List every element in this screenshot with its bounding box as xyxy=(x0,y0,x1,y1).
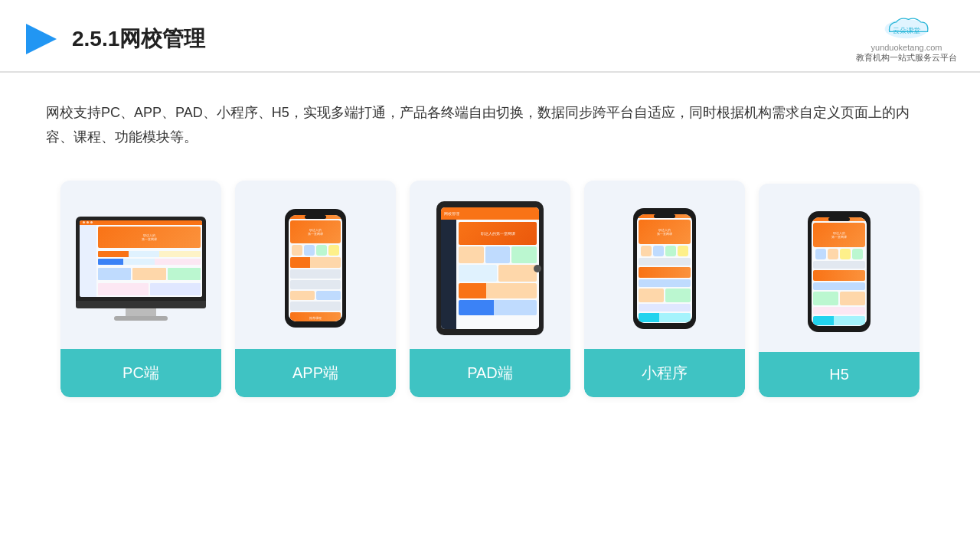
h5-phone-banner: 职达人的第一堂网课 xyxy=(813,223,865,247)
app-phone-outer: 网校 职达人的第一堂网课 xyxy=(285,209,346,328)
card-app-label: APP端 xyxy=(235,349,396,397)
logo-area: 云朵课堂 yunduoketang.com 教育机构一站式服务云平台 xyxy=(856,14,957,64)
card-miniprogram: 小程序 职达人的第一堂网课 xyxy=(584,181,745,397)
svg-text:云朵课堂: 云朵课堂 xyxy=(893,27,920,34)
tablet-top-bar: 网校管理 xyxy=(441,207,539,220)
cards-container: 职达人的第一堂网课 xyxy=(46,181,934,397)
mini-icon-1 xyxy=(641,246,652,256)
app-phone-banner-text: 职达人的第一堂网课 xyxy=(308,228,323,236)
card-pc-image: 职达人的第一堂网课 xyxy=(60,181,221,349)
tablet-mockup: 网校管理 职达人的第一堂网课 xyxy=(436,201,544,335)
mini-phone-notch xyxy=(654,214,675,218)
h5-phone-outer: H5 职达人的第一堂网课 xyxy=(808,211,871,332)
tablet-card-3 xyxy=(511,246,537,263)
mini-icon-4 xyxy=(678,246,688,256)
h5-icon-2 xyxy=(828,249,838,259)
app-icon-4 xyxy=(328,245,339,256)
pc-bottom-bezel xyxy=(76,301,206,308)
pc-stand xyxy=(126,308,156,316)
h5-phone-screen: H5 职达人的第一堂网课 xyxy=(812,217,867,326)
h5-icon-1 xyxy=(815,249,826,259)
tablet-sidebar xyxy=(441,220,456,329)
h5-phone-mockup: H5 职达人的第一堂网课 xyxy=(808,211,871,332)
main-content: 网校支持PC、APP、PAD、小程序、H5，实现多端打通，产品各终端自由切换，数… xyxy=(0,73,980,420)
mini-icon-3 xyxy=(665,246,676,256)
description-text: 网校支持PC、APP、PAD、小程序、H5，实现多端打通，产品各终端自由切换，数… xyxy=(46,100,934,150)
app-content-block-1 xyxy=(290,257,341,268)
pc-screen: 职达人的第一堂网课 xyxy=(76,217,206,301)
app-content-block-2 xyxy=(290,269,341,279)
card-h5-image: H5 职达人的第一堂网课 xyxy=(759,184,920,352)
app-phone-banner: 职达人的第一堂网课 xyxy=(290,220,341,243)
tablet-card-4 xyxy=(459,265,497,282)
card-pc: 职达人的第一堂网课 xyxy=(60,181,221,397)
mini-phone-outer: 小程序 职达人的第一堂网课 xyxy=(633,208,696,329)
app-icon-2 xyxy=(304,245,315,256)
card-pad-image: 网校管理 职达人的第一堂网课 xyxy=(410,181,570,349)
card-pad: 网校管理 职达人的第一堂网课 xyxy=(410,181,570,397)
tablet-outer: 网校管理 职达人的第一堂网课 xyxy=(436,201,544,335)
tablet-card-1 xyxy=(459,246,484,263)
card-miniprogram-label: 小程序 xyxy=(584,349,745,397)
logo-tagline: 教育机构一站式服务云平台 xyxy=(856,52,957,64)
card-h5-label: H5 xyxy=(759,352,920,397)
app-icon-3 xyxy=(316,245,327,256)
app-content-block-4 xyxy=(290,302,341,311)
card-pad-label: PAD端 xyxy=(410,349,570,397)
brand-logo: 云朵课堂 xyxy=(876,14,937,41)
header: 2.5.1网校管理 云朵课堂 yunduoketang.com 教育机构一站式服… xyxy=(0,0,980,73)
tablet-card-5 xyxy=(498,265,537,282)
card-h5: H5 职达人的第一堂网课 xyxy=(759,184,920,397)
mini-phone-mockup: 小程序 职达人的第一堂网课 xyxy=(633,208,696,329)
page-title: 2.5.1网校管理 xyxy=(72,24,205,54)
tablet-main: 职达人的第一堂网课 xyxy=(456,220,539,329)
card-app: 网校 职达人的第一堂网课 xyxy=(235,181,396,397)
h5-phone-banner-text: 职达人的第一堂网课 xyxy=(831,231,847,239)
pc-base xyxy=(114,316,168,321)
tablet-banner: 职达人的第一堂网课 xyxy=(459,222,537,245)
app-icon-1 xyxy=(292,245,302,256)
app-phone-screen: 网校 职达人的第一堂网课 xyxy=(289,215,342,321)
mini-phone-banner: 职达人的第一堂网课 xyxy=(639,220,691,244)
logo-url: yunduoketang.com xyxy=(871,43,942,52)
play-icon xyxy=(23,21,60,57)
card-pc-label: PC端 xyxy=(60,349,221,397)
pc-screen-inner: 职达人的第一堂网课 xyxy=(80,220,202,297)
card-miniprogram-image: 小程序 职达人的第一堂网课 xyxy=(584,181,745,349)
mini-icon-2 xyxy=(653,246,664,256)
h5-icon-4 xyxy=(852,249,863,259)
app-content-block-3 xyxy=(290,280,341,289)
tablet-screen: 网校管理 职达人的第一堂网课 xyxy=(441,207,539,329)
app-phone-notch xyxy=(305,215,326,219)
svg-marker-0 xyxy=(26,24,57,54)
tablet-home-btn xyxy=(534,265,541,272)
h5-icon-3 xyxy=(840,249,851,259)
tablet-card-2 xyxy=(485,246,511,263)
mini-phone-banner-text: 职达人的第一堂网课 xyxy=(657,228,672,236)
app-phone-mockup: 网校 职达人的第一堂网课 xyxy=(285,209,346,328)
header-left: 2.5.1网校管理 xyxy=(23,21,205,57)
mini-phone-screen: 小程序 职达人的第一堂网课 xyxy=(637,214,692,323)
card-app-image: 网校 职达人的第一堂网课 xyxy=(235,181,396,349)
pc-mockup: 职达人的第一堂网课 xyxy=(76,217,206,321)
h5-phone-notch xyxy=(828,217,850,221)
